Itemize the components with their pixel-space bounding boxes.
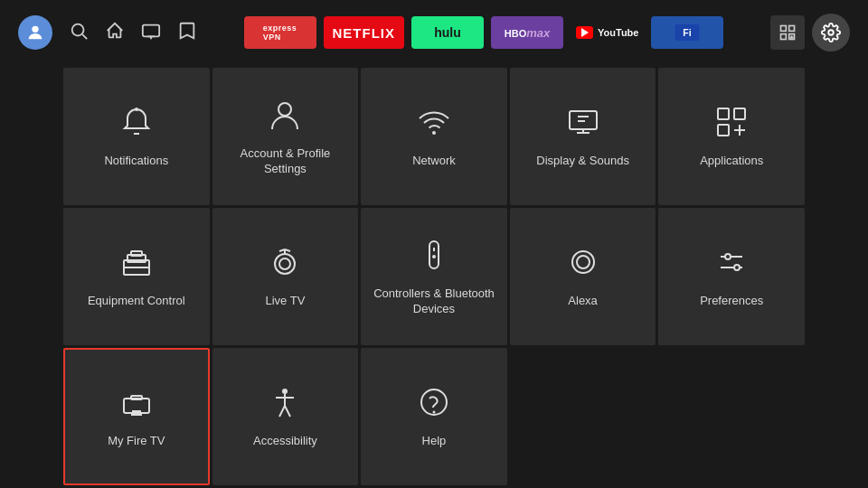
tv-icon[interactable]	[141, 21, 161, 45]
svg-rect-8	[781, 26, 787, 32]
svg-rect-3	[143, 24, 159, 36]
my-fire-tv-label: My Fire TV	[108, 434, 165, 449]
sliders-icon	[713, 244, 750, 285]
svg-point-35	[279, 258, 290, 269]
equipment-icon	[118, 244, 155, 285]
svg-rect-27	[718, 125, 729, 136]
app-hbomax[interactable]: HBOmax	[491, 16, 563, 49]
svg-point-43	[572, 251, 594, 273]
topbar-left	[18, 15, 197, 50]
grid-item-notifications[interactable]: Notifications	[63, 68, 210, 205]
grid-item-preferences[interactable]: Preferences	[658, 208, 805, 345]
person-icon	[267, 97, 303, 137]
help-icon	[416, 384, 452, 425]
svg-point-17	[135, 108, 138, 111]
grid-item-alexa[interactable]: Alexa	[510, 208, 656, 345]
grid-item-help[interactable]: Help	[361, 348, 507, 485]
topbar: expressVPN NETFLIX hulu HBOmax YouTube F…	[0, 0, 868, 65]
home-icon[interactable]	[105, 21, 125, 45]
topbar-right	[770, 14, 850, 52]
svg-rect-25	[718, 108, 729, 119]
bell-icon	[118, 104, 155, 145]
equipment-control-label: Equipment Control	[88, 294, 185, 309]
app-expressvpn[interactable]: expressVPN	[244, 16, 316, 49]
svg-point-19	[432, 131, 436, 135]
app-youtube[interactable]: YouTube	[571, 16, 644, 49]
alexa-icon	[565, 244, 601, 285]
wifi-icon	[416, 104, 452, 145]
svg-point-46	[725, 254, 731, 259]
firetv-icon	[118, 384, 155, 425]
topbar-apps: expressVPN NETFLIX hulu HBOmax YouTube F…	[208, 16, 760, 49]
svg-line-58	[285, 406, 290, 417]
svg-point-36	[275, 254, 295, 274]
svg-rect-26	[734, 108, 745, 119]
remote-icon	[416, 237, 452, 277]
svg-point-60	[432, 411, 435, 414]
grid-item-network[interactable]: Network	[361, 68, 507, 205]
antenna-icon	[267, 244, 303, 285]
grid-item-applications[interactable]: Applications	[658, 68, 805, 205]
live-tv-label: Live TV	[265, 294, 305, 309]
account-profile-label: Account & Profile Settings	[222, 146, 350, 177]
app-hulu[interactable]: hulu	[411, 16, 484, 49]
search-icon[interactable]	[69, 21, 89, 45]
settings-grid: Notifications Account & Profile Settings…	[0, 65, 868, 488]
svg-line-2	[82, 34, 87, 39]
svg-point-42	[432, 255, 436, 258]
app-netflix[interactable]: NETFLIX	[324, 16, 405, 49]
svg-point-48	[734, 265, 740, 270]
grid-item-my-fire-tv[interactable]: My Fire TV	[63, 348, 210, 485]
svg-point-54	[282, 389, 288, 394]
help-label: Help	[422, 434, 447, 449]
applications-label: Applications	[700, 154, 763, 169]
svg-rect-34	[131, 251, 142, 256]
apps-icon	[713, 104, 750, 145]
svg-line-57	[279, 406, 285, 417]
grid-view-button[interactable]	[770, 15, 805, 50]
svg-rect-11	[781, 34, 787, 40]
accessibility-label: Accessibility	[253, 434, 317, 449]
bookmark-icon[interactable]	[177, 21, 197, 45]
grid-item-controllers-bluetooth[interactable]: Controllers & Bluetooth Devices	[361, 208, 507, 345]
svg-point-44	[577, 256, 590, 268]
alexa-label: Alexa	[568, 294, 598, 309]
display-sounds-label: Display & Sounds	[536, 154, 629, 169]
grid-item-accessibility[interactable]: Accessibility	[212, 348, 359, 485]
controllers-bluetooth-label: Controllers & Bluetooth Devices	[370, 286, 498, 317]
grid-item-display-sounds[interactable]: Display & Sounds	[510, 68, 656, 205]
preferences-label: Preferences	[700, 294, 763, 309]
app-fiveseven[interactable]: Fi	[651, 16, 723, 49]
svg-point-18	[278, 103, 291, 116]
svg-point-1	[72, 23, 84, 35]
notifications-label: Notifications	[104, 154, 168, 169]
network-label: Network	[412, 154, 456, 169]
display-icon	[565, 104, 601, 145]
grid-item-account-profile[interactable]: Account & Profile Settings	[212, 68, 359, 205]
settings-button[interactable]	[812, 14, 850, 52]
accessibility-icon	[267, 384, 303, 425]
empty-cell-1	[510, 348, 656, 485]
empty-cell-2	[658, 348, 805, 485]
avatar[interactable]	[18, 15, 52, 50]
svg-text:Fi: Fi	[684, 27, 692, 38]
svg-point-15	[828, 30, 834, 35]
grid-item-live-tv[interactable]: Live TV	[212, 208, 359, 345]
grid-item-equipment-control[interactable]: Equipment Control	[63, 208, 210, 345]
svg-point-0	[32, 26, 38, 33]
